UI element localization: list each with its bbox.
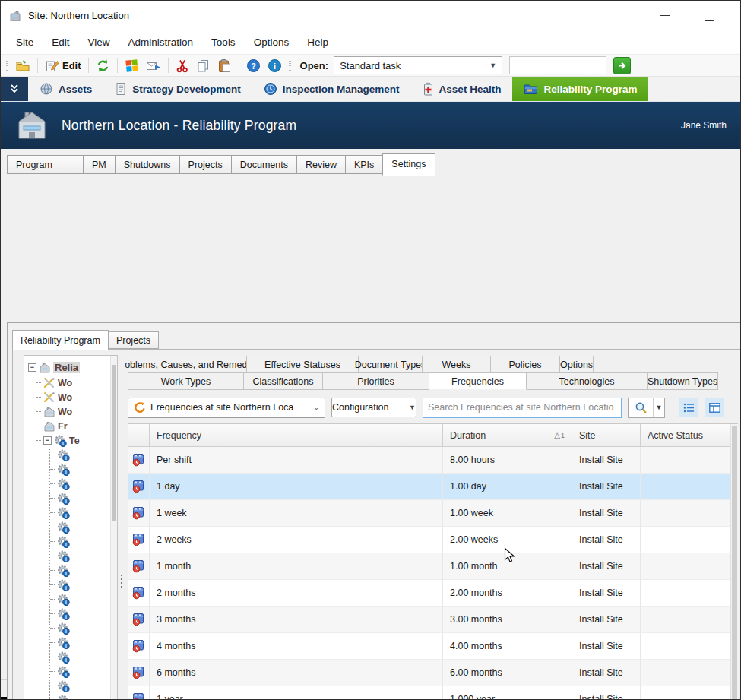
frequency-column-header[interactable]: Frequency — [150, 424, 443, 446]
table-row[interactable]: 1 week 1.00 week Install Site — [128, 500, 738, 527]
search-options-dropdown[interactable]: ▼ — [653, 398, 664, 417]
go-button[interactable] — [613, 57, 631, 74]
edit-button[interactable]: Edit — [43, 56, 84, 74]
search-button[interactable]: ▼ — [628, 398, 665, 418]
card-view-button[interactable] — [705, 398, 724, 417]
tree-node[interactable]: i — [50, 650, 117, 664]
settings-tab[interactable]: Technologies — [526, 372, 648, 390]
maximize-button[interactable] — [705, 11, 714, 21]
menu-item[interactable]: Help — [298, 32, 337, 52]
table-row[interactable]: Per shift 8.00 hours Install Site — [128, 447, 738, 474]
tree-node[interactable]: Wo — [36, 404, 117, 419]
main-tab[interactable]: KPIs — [345, 155, 383, 174]
tree-node[interactable]: i — [50, 563, 117, 578]
collapse-expander-icon[interactable]: − — [28, 363, 36, 372]
open-task-combobox[interactable]: Standard task ▼ — [334, 56, 502, 74]
table-row[interactable]: 1 year 1.000 year Install Site — [128, 686, 738, 700]
tree-node[interactable]: i — [50, 534, 117, 549]
settings-tab[interactable]: Weeks — [422, 356, 491, 373]
menu-item[interactable]: Edit — [43, 32, 78, 52]
settings-tab[interactable]: Effective Statuses — [246, 356, 359, 373]
table-row[interactable]: 1 month 1.00 month Install Site — [128, 553, 738, 580]
tree-vertical-scrollbar[interactable] — [110, 356, 117, 700]
settings-tab[interactable]: Shutdown Types — [647, 372, 718, 390]
tree-node[interactable]: i — [50, 505, 117, 520]
main-tab[interactable]: Shutdowns — [115, 155, 180, 174]
paste-button[interactable] — [215, 56, 234, 74]
table-row[interactable]: 1 day 1.00 day Install Site — [128, 474, 738, 500]
minimize-button[interactable] — [660, 15, 670, 16]
panel-splitter[interactable] — [118, 350, 125, 700]
main-tab[interactable]: Review — [296, 155, 346, 174]
tree-vertical-scrollbar-thumb[interactable] — [112, 365, 116, 521]
collapse-ribbon-button[interactable] — [1, 77, 28, 101]
main-tab[interactable]: Projects — [179, 155, 232, 174]
icon-column-header[interactable] — [128, 424, 150, 446]
tree-node[interactable]: i — [50, 592, 117, 607]
duration-column-header[interactable]: Duration △1 — [443, 424, 572, 446]
table-row[interactable]: 2 weeks 2.00 weeks Install Site — [128, 527, 738, 553]
tree-node-technologies[interactable]: − i Te — [36, 433, 117, 448]
tree-node[interactable]: i — [50, 621, 117, 635]
module-tab-inspection-management[interactable]: Inspection Management — [252, 77, 411, 101]
settings-tab[interactable]: Problems, Causes, and Remedies — [128, 356, 247, 373]
tree-node[interactable]: Wo — [36, 375, 117, 390]
tree-node[interactable]: i — [50, 664, 117, 679]
settings-tab[interactable]: Options — [559, 356, 594, 373]
menu-item[interactable]: View — [79, 32, 119, 52]
tree-node[interactable]: i — [50, 477, 117, 491]
table-vertical-scrollbar-thumb[interactable] — [732, 426, 737, 700]
list-view-button[interactable] — [679, 398, 698, 417]
menu-item[interactable]: Options — [245, 32, 299, 52]
cut-button[interactable] — [173, 56, 192, 74]
main-tab[interactable]: Documents — [231, 155, 297, 174]
table-row[interactable]: 4 months 4.00 months Install Site — [128, 633, 738, 660]
tree-node[interactable]: i — [50, 549, 117, 563]
table-row[interactable]: 6 months 6.00 months Install Site — [128, 660, 738, 686]
module-tab-strategy-development[interactable]: Strategy Development — [103, 77, 252, 101]
active-status-column-header[interactable]: Active Status — [641, 424, 731, 446]
main-tab[interactable]: Settings — [382, 153, 435, 176]
configuration-button[interactable]: Configuration ▼ — [331, 398, 416, 417]
settings-tab[interactable]: Policies — [490, 356, 560, 373]
settings-tab[interactable]: Priorities — [322, 372, 429, 390]
tree-node[interactable]: i — [50, 448, 117, 462]
sub-tab[interactable]: Projects — [108, 331, 159, 349]
settings-tab[interactable]: Classifications — [243, 372, 323, 390]
table-row[interactable]: 2 months 2.00 months Install Site — [128, 580, 738, 607]
menu-item[interactable]: Tools — [202, 32, 245, 52]
sub-tab[interactable]: Reliability Program — [12, 330, 109, 350]
tree-node[interactable]: i — [50, 578, 117, 592]
tree-node[interactable]: Wo — [36, 390, 117, 404]
table-row[interactable]: 3 months 3.00 months Install Site — [128, 607, 738, 633]
site-column-header[interactable]: Site — [572, 424, 641, 446]
module-tab-reliability-program[interactable]: Reliability Program — [512, 77, 648, 101]
search-input[interactable] — [423, 398, 622, 418]
tree-node[interactable]: i — [50, 520, 117, 534]
help-button[interactable]: ? — [244, 56, 263, 74]
module-tab-asset-health[interactable]: Asset Health — [411, 77, 513, 101]
tree-node[interactable]: i — [50, 693, 117, 700]
windows-button[interactable] — [122, 56, 141, 74]
tree-node[interactable]: i — [50, 635, 117, 650]
copy-button[interactable] — [194, 56, 213, 74]
scope-combobox[interactable]: Frequencies at site Northern Loca ⌄ — [128, 398, 325, 418]
tree-node[interactable]: i — [50, 491, 117, 505]
settings-tab[interactable]: Work Types — [128, 372, 244, 390]
main-tab[interactable]: Program — [7, 155, 84, 174]
table-vertical-scrollbar[interactable] — [730, 424, 738, 700]
open-task-button[interactable] — [13, 56, 33, 74]
refresh-button[interactable] — [93, 56, 112, 74]
tree-root-node[interactable]: − Relia — [28, 360, 117, 375]
settings-tab[interactable]: Document Types — [358, 356, 423, 373]
tree-node[interactable]: i — [50, 462, 117, 477]
menu-item[interactable]: Administration — [119, 32, 203, 52]
open-task-input[interactable] — [509, 56, 606, 74]
tree-node[interactable]: i — [50, 679, 117, 693]
settings-tab[interactable]: Frequencies — [429, 372, 527, 390]
main-tab[interactable]: PM — [83, 155, 116, 174]
module-tab-assets[interactable]: Assets — [28, 77, 103, 101]
collapse-expander-icon[interactable]: − — [43, 436, 52, 445]
tree-node[interactable]: Fr — [36, 419, 117, 433]
menu-item[interactable]: Site — [7, 32, 43, 52]
